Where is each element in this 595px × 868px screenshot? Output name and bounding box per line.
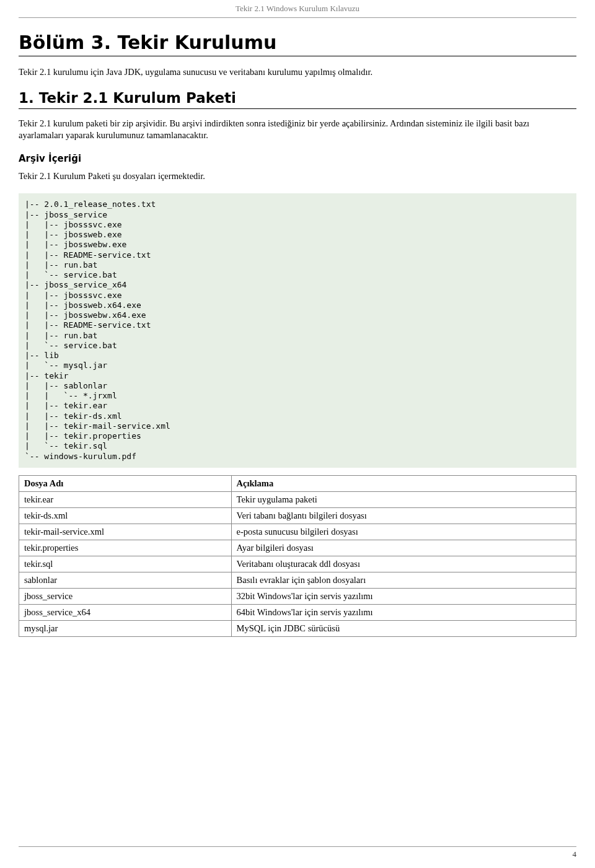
table-row: tekir-mail-service.xml e-posta sunucusu … [19,524,576,540]
table-cell-filename: tekir-ds.xml [19,507,232,524]
table-cell-description: 64bit Windows'lar için servis yazılımı [231,604,576,620]
table-row: mysql.jar MySQL için JDBC sürücüsü [19,620,576,636]
section-title-divider [19,108,576,109]
table-cell-description: Tekir uygulama paketi [231,491,576,507]
table-row: sablonlar Basılı evraklar için şablon do… [19,572,576,588]
subsection-paragraph: Tekir 2.1 Kurulum Paketi şu dosyaları iç… [19,170,576,183]
header-divider [19,17,576,18]
page-number: 4 [19,849,576,859]
subsection-heading: Arşiv İçeriği [19,153,576,164]
page-header-title: Tekir 2.1 Windows Kurulum Kılavuzu [0,0,595,17]
table-row: jboss_service 32bit Windows'lar için ser… [19,588,576,604]
table-row: tekir.ear Tekir uygulama paketi [19,491,576,507]
table-cell-description: MySQL için JDBC sürücüsü [231,620,576,636]
table-header-description: Açıklama [231,475,576,491]
table-row: tekir-ds.xml Veri tabanı bağlantı bilgil… [19,507,576,524]
table-row: tekir.properties Ayar bilgileri dosyası [19,540,576,556]
table-cell-description: Basılı evraklar için şablon dosyaları [231,572,576,588]
footer-divider [19,846,576,847]
table-cell-filename: tekir.properties [19,540,232,556]
table-cell-description: Ayar bilgileri dosyası [231,540,576,556]
table-header-row: Dosya Adı Açıklama [19,475,576,491]
table-cell-filename: jboss_service_x64 [19,604,232,620]
table-cell-filename: mysql.jar [19,620,232,636]
table-cell-filename: jboss_service [19,588,232,604]
chapter-title-divider [19,56,576,56]
chapter-intro-paragraph: Tekir 2.1 kurulumu için Java JDK, uygula… [19,66,576,79]
file-tree-listing: |-- 2.0.1_release_notes.txt |-- jboss_se… [19,193,576,468]
file-description-table: Dosya Adı Açıklama tekir.ear Tekir uygul… [19,475,576,637]
table-cell-description: e-posta sunucusu bilgileri dosyası [231,524,576,540]
table-header-filename: Dosya Adı [19,475,232,491]
chapter-title: Bölüm 3. Tekir Kurulumu [19,32,576,53]
table-cell-filename: sablonlar [19,572,232,588]
table-cell-filename: tekir-mail-service.xml [19,524,232,540]
section-title: 1. Tekir 2.1 Kurulum Paketi [19,90,576,106]
table-cell-filename: tekir.ear [19,491,232,507]
table-row: tekir.sql Veritabanı oluşturacak ddl dos… [19,556,576,572]
table-cell-filename: tekir.sql [19,556,232,572]
table-cell-description: Veritabanı oluşturacak ddl dosyası [231,556,576,572]
table-cell-description: Veri tabanı bağlantı bilgileri dosyası [231,507,576,524]
section-paragraph: Tekir 2.1 kurulum paketi bir zip arşivid… [19,118,576,142]
table-cell-description: 32bit Windows'lar için servis yazılımı [231,588,576,604]
table-row: jboss_service_x64 64bit Windows'lar için… [19,604,576,620]
